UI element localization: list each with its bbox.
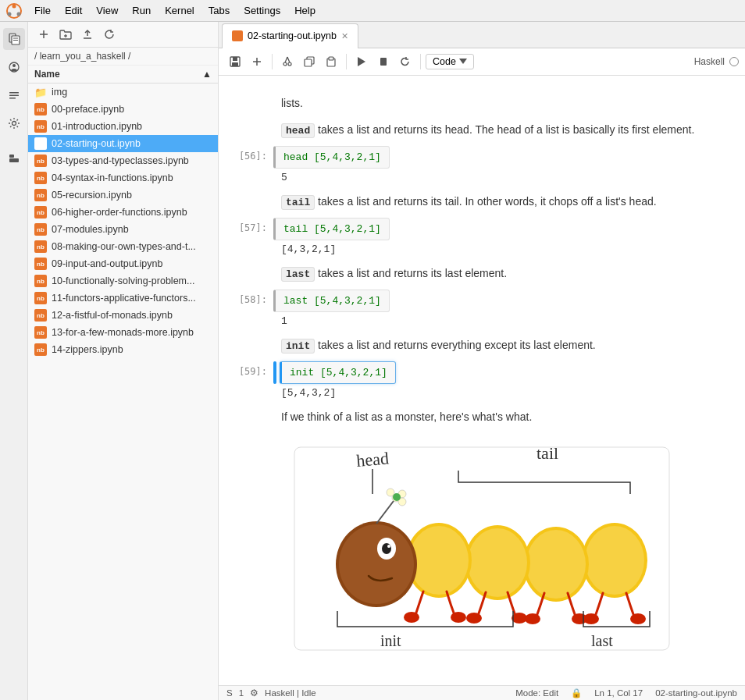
upload-btn[interactable] — [78, 25, 97, 44]
svg-point-51 — [339, 524, 414, 604]
markdown-text-span: takes a list and returns its head. The h… — [315, 123, 694, 136]
tab-close-btn[interactable]: ✕ — [341, 31, 348, 41]
file-list-item[interactable]: nb01-introduction.ipynb — [28, 118, 218, 135]
file-list-item[interactable]: nb11-functors-applicative-functors... — [28, 290, 218, 307]
svg-point-60 — [393, 493, 401, 501]
file-list-item[interactable]: nb12-a-fistful-of-monads.ipynb — [28, 307, 218, 324]
status-s: S — [226, 688, 233, 698]
file-list-item[interactable]: nb09-input-and-output.ipynb — [28, 255, 218, 272]
svg-line-29 — [285, 57, 287, 62]
sidebar-commands-icon[interactable] — [3, 84, 25, 106]
svg-rect-24 — [232, 62, 238, 66]
save-btn[interactable] — [225, 52, 245, 72]
copy-btn[interactable] — [299, 52, 319, 72]
sort-icon[interactable]: ▲ — [202, 69, 212, 80]
svg-point-2 — [8, 12, 12, 16]
svg-rect-10 — [9, 92, 19, 94]
sidebar-tabs-icon[interactable] — [3, 147, 25, 169]
cell-output: [4,3,2,1] — [273, 240, 745, 258]
menu-tabs[interactable]: Tabs — [202, 3, 236, 18]
sidebar-icon-strip — [0, 22, 28, 700]
inline-code: tail — [281, 195, 315, 210]
svg-marker-37 — [459, 59, 467, 64]
tab-label: 02-starting-out.ipynb — [248, 30, 337, 41]
kernel-info: Haskell — [694, 56, 739, 67]
code-input[interactable]: init [5,4,3,2,1] — [280, 361, 396, 384]
file-item-name: 04-syntax-in-functions.ipynb — [52, 172, 173, 183]
notebook-icon: nb — [34, 258, 47, 270]
notebook-cell: [57]:tail [5,4,3,2,1][4,3,2,1] — [219, 218, 745, 258]
svg-point-64 — [512, 613, 527, 624]
new-folder-btn[interactable] — [56, 25, 75, 44]
svg-point-45 — [526, 530, 586, 599]
file-list-item[interactable]: nb03-types-and-typeclasses.ipynb — [28, 152, 218, 169]
cell-body: init takes a list and returns everything… — [273, 333, 745, 358]
toolbar-separator-1 — [272, 54, 273, 69]
sidebar: / learn_you_a_haskell / Name ▲ 📁imgnb00-… — [0, 22, 219, 700]
svg-point-28 — [288, 62, 291, 66]
code-input[interactable]: head [5,4,3,2,1] — [273, 146, 390, 169]
code-input[interactable]: last [5,4,3,2,1] — [273, 290, 390, 312]
menu-settings[interactable]: Settings — [237, 3, 287, 18]
cell-output: 5 — [273, 169, 745, 187]
cell-type-label: Code — [433, 56, 456, 67]
svg-point-54 — [387, 545, 390, 548]
menu-file[interactable]: File — [28, 3, 57, 18]
active-cell-indicator — [273, 361, 276, 384]
notebook-icon: nb — [34, 120, 47, 133]
run-btn[interactable] — [351, 52, 372, 72]
notebook-panel: 02-starting-out.ipynb ✕ — [219, 22, 745, 700]
menu-run[interactable]: Run — [126, 3, 157, 18]
cut-btn[interactable] — [277, 52, 298, 72]
toolbar-separator-2 — [346, 54, 347, 69]
sidebar-running-icon[interactable] — [3, 56, 25, 78]
markdown-text-span: takes a list and returns its last elemen… — [315, 267, 507, 279]
menu-view[interactable]: View — [90, 3, 124, 18]
menu-edit[interactable]: Edit — [59, 3, 88, 18]
add-cell-btn[interactable] — [247, 52, 267, 72]
file-list-item[interactable]: nb07-modules.ipynb — [28, 221, 218, 238]
kernel-lang-status: Haskell | Idle — [265, 688, 316, 698]
notebook-icon: nb — [34, 275, 47, 287]
file-list-item[interactable]: nb05-recursion.ipynb — [28, 187, 218, 204]
svg-point-68 — [630, 613, 646, 624]
sidebar-settings-icon[interactable] — [3, 112, 25, 134]
file-list-item[interactable]: nb00-preface.ipynb — [28, 101, 218, 118]
notebook-icon: nb — [34, 206, 47, 219]
tab-notebook-icon — [232, 30, 243, 41]
status-right: Mode: Edit 🔒 Ln 1, Col 17 02-starting-ou… — [515, 688, 737, 698]
cell-prompt — [219, 190, 273, 215]
cell-prompt: [57]: — [219, 218, 273, 258]
svg-point-61 — [404, 612, 419, 623]
refresh-btn[interactable] — [100, 25, 119, 44]
notebook-cell: head takes a list and returns its head. … — [219, 118, 745, 143]
paste-btn[interactable] — [321, 52, 341, 72]
file-list-item[interactable]: nb06-higher-order-functions.ipynb — [28, 204, 218, 221]
file-list-item[interactable]: 📁img — [28, 84, 218, 101]
new-file-btn[interactable] — [34, 25, 53, 44]
restart-btn[interactable] — [395, 52, 415, 72]
notebook-toolbar: Code Haskell — [219, 48, 745, 76]
file-toolbar — [28, 22, 218, 48]
cell-type-select[interactable]: Code — [426, 54, 474, 69]
sidebar-files-icon[interactable] — [3, 28, 25, 50]
notebook-tab[interactable]: 02-starting-out.ipynb ✕ — [222, 23, 358, 48]
file-list-item[interactable]: nb10-functionally-solving-problem... — [28, 272, 218, 290]
menu-kernel[interactable]: Kernel — [159, 3, 201, 18]
file-list-item[interactable]: nb04-syntax-in-functions.ipynb — [28, 169, 218, 187]
interrupt-btn[interactable] — [373, 52, 394, 72]
breadcrumb: / learn_you_a_haskell / — [28, 48, 218, 66]
file-item-name: 02-starting-out.ipynb — [52, 138, 141, 149]
file-list-item[interactable]: nb13-for-a-few-monads-more.ipynb — [28, 324, 218, 341]
svg-rect-36 — [380, 58, 387, 66]
cell-prompt — [219, 333, 273, 358]
name-column-label: Name — [34, 69, 60, 80]
inline-code: head — [281, 123, 315, 138]
file-list-item[interactable]: nb08-making-our-own-types-and-t... — [28, 238, 218, 255]
code-input[interactable]: tail [5,4,3,2,1] — [273, 218, 390, 240]
menu-help[interactable]: Help — [288, 3, 322, 18]
file-list-item[interactable]: nb14-zippers.ipynb — [28, 341, 218, 358]
tab-bar: 02-starting-out.ipynb ✕ — [219, 22, 745, 48]
cell-prompt — [219, 405, 273, 428]
file-list-item[interactable]: nb02-starting-out.ipynb — [28, 135, 218, 152]
